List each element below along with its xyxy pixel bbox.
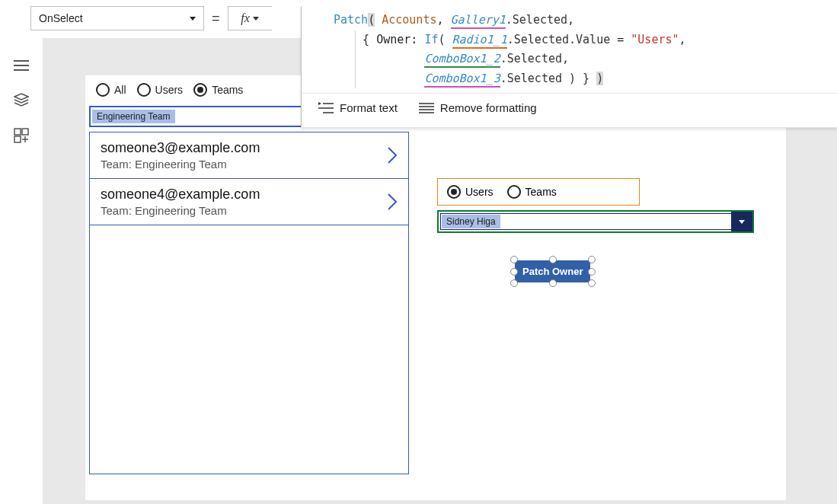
hamburger-icon[interactable] xyxy=(14,59,29,72)
layers-icon[interactable] xyxy=(14,93,29,107)
radio-label: Users xyxy=(155,84,184,96)
radio-users[interactable]: Users xyxy=(137,83,184,97)
resize-handle-icon[interactable] xyxy=(588,256,596,263)
gallery-item[interactable]: someone3@example.com Team: Engineering T… xyxy=(90,132,408,179)
remove-format-icon xyxy=(419,102,434,114)
format-icon xyxy=(318,102,334,114)
radio-group-ownertype[interactable]: Users Teams xyxy=(437,178,640,206)
svg-marker-3 xyxy=(14,94,28,100)
format-text-label: Format text xyxy=(340,101,398,114)
resize-handle-icon[interactable] xyxy=(588,268,596,276)
resize-handle-icon[interactable] xyxy=(588,279,596,287)
radio-users[interactable]: Users xyxy=(447,185,494,199)
resize-handle-icon[interactable] xyxy=(549,256,557,263)
chevron-down-icon xyxy=(253,17,259,21)
fx-icon: fx xyxy=(241,11,250,25)
svg-rect-4 xyxy=(14,129,21,135)
gallery-item[interactable]: someone4@example.com Team: Engineering T… xyxy=(90,179,408,225)
resize-handle-icon[interactable] xyxy=(510,268,518,276)
property-dropdown[interactable]: OnSelect xyxy=(30,6,204,30)
radio-label: Teams xyxy=(212,84,243,96)
combobox-chip: Sidney Higa xyxy=(442,215,500,228)
owner-gallery[interactable]: someone3@example.com Team: Engineering T… xyxy=(89,132,409,474)
combobox-chip: Engineering Team xyxy=(92,110,175,123)
resize-handle-icon[interactable] xyxy=(510,256,518,263)
remove-formatting-label: Remove formatting xyxy=(440,101,537,114)
resize-handle-icon[interactable] xyxy=(510,279,518,287)
radio-all[interactable]: All xyxy=(96,83,126,97)
radio-icon xyxy=(507,185,521,199)
resize-handle-icon[interactable] xyxy=(549,279,557,287)
formula-text[interactable]: Patch( Accounts, Gallery1.Selected, { Ow… xyxy=(302,6,837,93)
equals-label: = xyxy=(212,11,220,27)
formula-bar-expanded[interactable]: Patch( Accounts, Gallery1.Selected, { Ow… xyxy=(301,6,837,128)
radio-label: Users xyxy=(465,186,494,198)
selected-control: Patch Owner xyxy=(515,260,591,282)
chevron-right-icon xyxy=(387,146,398,164)
property-name: OnSelect xyxy=(39,12,83,24)
fx-button[interactable]: fx xyxy=(228,6,272,30)
remove-formatting-button[interactable]: Remove formatting xyxy=(419,101,537,114)
svg-rect-5 xyxy=(22,129,28,135)
svg-rect-6 xyxy=(14,136,21,142)
radio-teams[interactable]: Teams xyxy=(193,83,243,97)
radio-label: All xyxy=(114,84,126,96)
radio-icon xyxy=(193,83,207,97)
radio-teams[interactable]: Teams xyxy=(507,185,557,199)
radio-icon xyxy=(137,83,151,97)
gallery-item-title: someone4@example.com xyxy=(101,187,260,203)
radio-icon xyxy=(96,83,110,97)
radio-label: Teams xyxy=(526,186,557,198)
radio-icon xyxy=(447,185,461,199)
chevron-down-icon xyxy=(731,212,752,231)
gallery-item-title: someone3@example.com xyxy=(101,140,260,156)
chevron-down-icon xyxy=(190,17,196,21)
gallery-item-subtitle: Team: Engineering Team xyxy=(101,204,260,217)
insert-icon[interactable] xyxy=(14,128,29,143)
gallery-item-subtitle: Team: Engineering Team xyxy=(101,158,260,171)
user-combobox[interactable]: Sidney Higa xyxy=(437,210,754,233)
format-text-button[interactable]: Format text xyxy=(318,101,398,114)
chevron-right-icon xyxy=(387,193,398,211)
